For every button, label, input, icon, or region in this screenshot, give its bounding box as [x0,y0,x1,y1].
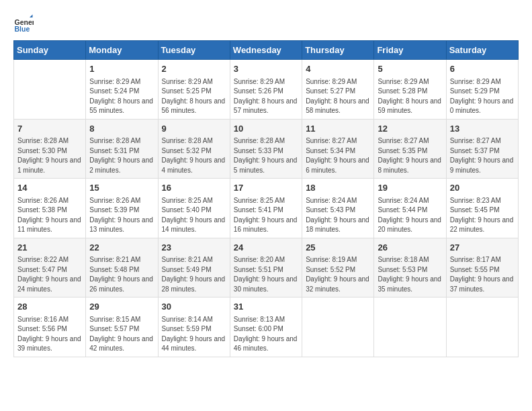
day-number: 24 [234,241,298,255]
calendar-cell [302,298,374,357]
calendar-cell: 21Sunrise: 8:22 AMSunset: 5:47 PMDayligh… [14,238,86,298]
day-number: 8 [89,122,154,136]
day-number: 31 [234,300,298,314]
day-info: Sunrise: 8:22 AMSunset: 5:47 PMDaylight:… [17,255,82,294]
day-number: 20 [450,181,515,195]
calendar-cell: 6Sunrise: 8:29 AMSunset: 5:29 PMDaylight… [446,60,518,120]
day-info: Sunrise: 8:29 AMSunset: 5:24 PMDaylight:… [89,77,154,116]
calendar-cell: 29Sunrise: 8:15 AMSunset: 5:57 PMDayligh… [86,298,158,357]
day-number: 28 [17,300,82,314]
weekday-header: Friday [374,41,446,60]
day-info: Sunrise: 8:29 AMSunset: 5:29 PMDaylight:… [450,77,515,116]
day-number: 23 [162,241,226,255]
calendar-cell: 11Sunrise: 8:27 AMSunset: 5:34 PMDayligh… [302,119,374,179]
day-info: Sunrise: 8:18 AMSunset: 5:53 PMDaylight:… [378,255,442,294]
day-info: Sunrise: 8:23 AMSunset: 5:45 PMDaylight:… [450,196,515,235]
calendar-cell: 24Sunrise: 8:20 AMSunset: 5:51 PMDayligh… [230,238,302,298]
calendar-cell: 28Sunrise: 8:16 AMSunset: 5:56 PMDayligh… [14,298,86,357]
calendar-cell: 2Sunrise: 8:29 AMSunset: 5:25 PMDaylight… [158,60,230,120]
day-info: Sunrise: 8:13 AMSunset: 6:00 PMDaylight:… [234,315,298,354]
day-number: 13 [450,122,515,136]
calendar-week-row: 7Sunrise: 8:28 AMSunset: 5:30 PMDaylight… [14,119,519,179]
calendar-cell: 8Sunrise: 8:28 AMSunset: 5:31 PMDaylight… [86,119,158,179]
calendar-week-row: 14Sunrise: 8:26 AMSunset: 5:38 PMDayligh… [14,179,519,238]
calendar-cell: 14Sunrise: 8:26 AMSunset: 5:38 PMDayligh… [14,179,86,238]
day-info: Sunrise: 8:24 AMSunset: 5:44 PMDaylight:… [378,196,442,235]
day-info: Sunrise: 8:24 AMSunset: 5:43 PMDaylight:… [306,196,370,235]
day-info: Sunrise: 8:28 AMSunset: 5:32 PMDaylight:… [162,136,226,175]
day-info: Sunrise: 8:29 AMSunset: 5:26 PMDaylight:… [234,77,298,116]
calendar-cell: 25Sunrise: 8:19 AMSunset: 5:52 PMDayligh… [302,238,374,298]
day-info: Sunrise: 8:16 AMSunset: 5:56 PMDaylight:… [17,315,82,354]
day-info: Sunrise: 8:17 AMSunset: 5:55 PMDaylight:… [450,255,515,294]
day-number: 30 [162,300,226,314]
day-info: Sunrise: 8:25 AMSunset: 5:40 PMDaylight:… [162,196,226,235]
weekday-header: Monday [86,41,158,60]
weekday-header: Saturday [446,41,518,60]
day-info: Sunrise: 8:21 AMSunset: 5:48 PMDaylight:… [89,255,154,294]
day-number: 5 [378,62,442,76]
day-number: 22 [89,241,154,255]
day-number: 11 [306,122,370,136]
calendar-cell: 9Sunrise: 8:28 AMSunset: 5:32 PMDaylight… [158,119,230,179]
day-number: 3 [234,62,298,76]
calendar-cell: 26Sunrise: 8:18 AMSunset: 5:53 PMDayligh… [374,238,446,298]
day-number: 27 [450,241,515,255]
day-info: Sunrise: 8:28 AMSunset: 5:31 PMDaylight:… [89,136,154,175]
day-info: Sunrise: 8:20 AMSunset: 5:51 PMDaylight:… [234,255,298,294]
day-info: Sunrise: 8:21 AMSunset: 5:49 PMDaylight:… [162,255,226,294]
day-info: Sunrise: 8:28 AMSunset: 5:33 PMDaylight:… [234,136,298,175]
day-number: 12 [378,122,442,136]
day-number: 29 [89,300,154,314]
day-number: 21 [17,241,82,255]
calendar-cell: 27Sunrise: 8:17 AMSunset: 5:55 PMDayligh… [446,238,518,298]
day-info: Sunrise: 8:29 AMSunset: 5:28 PMDaylight:… [378,77,442,116]
day-number: 6 [450,62,515,76]
calendar-cell: 17Sunrise: 8:25 AMSunset: 5:41 PMDayligh… [230,179,302,238]
day-info: Sunrise: 8:14 AMSunset: 5:59 PMDaylight:… [162,315,226,354]
day-info: Sunrise: 8:25 AMSunset: 5:41 PMDaylight:… [234,196,298,235]
calendar-table: SundayMondayTuesdayWednesdayThursdayFrid… [13,40,519,357]
calendar-cell: 22Sunrise: 8:21 AMSunset: 5:48 PMDayligh… [86,238,158,298]
day-number: 16 [162,181,226,195]
calendar-cell [14,60,86,120]
calendar-week-row: 21Sunrise: 8:22 AMSunset: 5:47 PMDayligh… [14,238,519,298]
weekday-header: Thursday [302,41,374,60]
day-number: 15 [89,181,154,195]
header-row: SundayMondayTuesdayWednesdayThursdayFrid… [14,41,519,60]
calendar-cell: 1Sunrise: 8:29 AMSunset: 5:24 PMDaylight… [86,60,158,120]
weekday-header: Tuesday [158,41,230,60]
day-number: 14 [17,181,82,195]
day-info: Sunrise: 8:26 AMSunset: 5:38 PMDaylight:… [17,196,82,235]
calendar-cell: 23Sunrise: 8:21 AMSunset: 5:49 PMDayligh… [158,238,230,298]
calendar-cell: 13Sunrise: 8:27 AMSunset: 5:37 PMDayligh… [446,119,518,179]
calendar-cell: 16Sunrise: 8:25 AMSunset: 5:40 PMDayligh… [158,179,230,238]
calendar-cell: 5Sunrise: 8:29 AMSunset: 5:28 PMDaylight… [374,60,446,120]
day-number: 2 [162,62,226,76]
day-info: Sunrise: 8:26 AMSunset: 5:39 PMDaylight:… [89,196,154,235]
weekday-header: Sunday [14,41,86,60]
calendar-cell: 18Sunrise: 8:24 AMSunset: 5:43 PMDayligh… [302,179,374,238]
logo-icon: General Blue [13,13,34,34]
calendar-week-row: 28Sunrise: 8:16 AMSunset: 5:56 PMDayligh… [14,298,519,357]
day-number: 1 [89,62,154,76]
day-info: Sunrise: 8:27 AMSunset: 5:37 PMDaylight:… [450,136,515,175]
day-info: Sunrise: 8:29 AMSunset: 5:27 PMDaylight:… [306,77,370,116]
day-number: 7 [17,122,82,136]
calendar-cell: 4Sunrise: 8:29 AMSunset: 5:27 PMDaylight… [302,60,374,120]
day-number: 25 [306,241,370,255]
calendar-cell: 30Sunrise: 8:14 AMSunset: 5:59 PMDayligh… [158,298,230,357]
calendar-week-row: 1Sunrise: 8:29 AMSunset: 5:24 PMDaylight… [14,60,519,120]
svg-text:Blue: Blue [15,25,30,33]
calendar-cell: 12Sunrise: 8:27 AMSunset: 5:35 PMDayligh… [374,119,446,179]
calendar-cell: 31Sunrise: 8:13 AMSunset: 6:00 PMDayligh… [230,298,302,357]
calendar-cell: 10Sunrise: 8:28 AMSunset: 5:33 PMDayligh… [230,119,302,179]
day-number: 4 [306,62,370,76]
page-header: General Blue [13,13,519,34]
logo: General Blue [13,13,34,34]
day-number: 9 [162,122,226,136]
calendar-cell: 7Sunrise: 8:28 AMSunset: 5:30 PMDaylight… [14,119,86,179]
day-number: 17 [234,181,298,195]
calendar-cell: 20Sunrise: 8:23 AMSunset: 5:45 PMDayligh… [446,179,518,238]
day-info: Sunrise: 8:27 AMSunset: 5:34 PMDaylight:… [306,136,370,175]
